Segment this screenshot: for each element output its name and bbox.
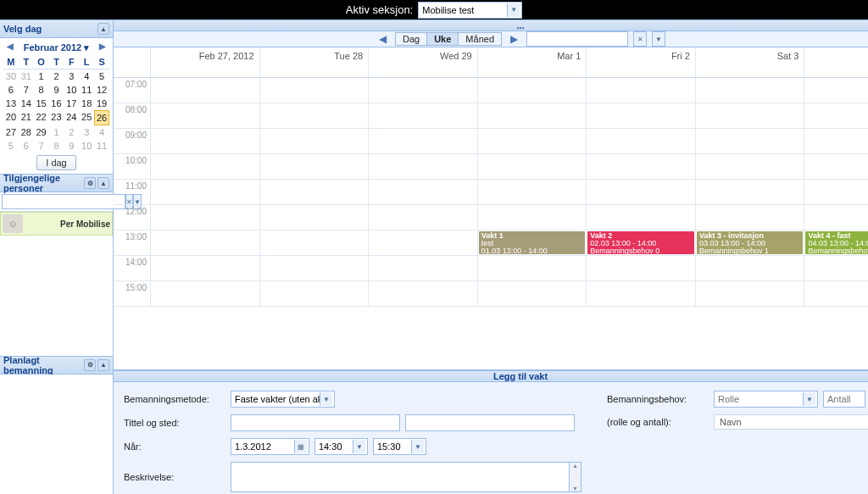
chevron-down-icon[interactable]: ▼ — [353, 440, 365, 453]
day-cell[interactable]: 3 — [79, 125, 94, 139]
time-cell[interactable] — [260, 205, 370, 230]
day-cell[interactable]: 11 — [79, 83, 94, 97]
time-cell[interactable] — [151, 154, 260, 179]
day-cell[interactable]: 2 — [49, 69, 64, 83]
calendar-icon[interactable]: ▦ — [294, 440, 307, 453]
time-cell[interactable]: Vakt 202.03 13:00 - 14:00Bemanningsbehov… — [587, 230, 696, 255]
time-cell[interactable] — [151, 256, 260, 280]
time-cell[interactable] — [369, 256, 478, 280]
month-title[interactable]: Februar 2012 ▾ — [24, 42, 90, 53]
day-cell[interactable]: 6 — [19, 139, 34, 153]
time-cell[interactable] — [260, 230, 370, 255]
calendar-event[interactable]: Vakt 4 - fast04.03 13:00 - 14:00Bemannin… — [805, 231, 868, 254]
time-cell[interactable] — [587, 281, 696, 306]
calendar-event[interactable]: Vakt 202.03 13:00 - 14:00Bemanningsbehov… — [587, 231, 694, 254]
time-cell[interactable] — [478, 281, 587, 306]
time-cell[interactable] — [151, 281, 260, 306]
chevron-down-icon[interactable]: ▼ — [507, 3, 520, 17]
prev-month-icon[interactable]: ◀ — [7, 42, 14, 51]
day-cell[interactable]: 27 — [3, 125, 19, 139]
clear-icon[interactable]: ✕ — [633, 31, 647, 47]
calendar-event[interactable]: Vakt 3 - invitasjon03.03 13:00 - 14:00Be… — [697, 231, 804, 254]
time-cell[interactable] — [260, 78, 370, 103]
calendar-event[interactable]: Vakt 1test01.03 13:00 - 14:00 — [479, 231, 586, 254]
time-cell[interactable] — [478, 78, 587, 103]
time-cell[interactable] — [369, 129, 478, 153]
time-cell[interactable] — [369, 154, 478, 179]
time-cell[interactable] — [478, 103, 587, 128]
day-cell[interactable]: 10 — [64, 83, 79, 97]
time-cell[interactable] — [587, 180, 696, 204]
calendar-search-input[interactable] — [526, 31, 628, 47]
time-cell[interactable] — [804, 205, 868, 230]
section-combo[interactable]: ▼ — [418, 2, 522, 19]
day-cell[interactable]: 7 — [34, 139, 49, 153]
time-cell[interactable] — [260, 180, 370, 204]
time-cell[interactable] — [369, 205, 478, 230]
day-cell[interactable]: 9 — [64, 139, 79, 153]
day-cell[interactable]: 21 — [19, 110, 34, 125]
chevron-down-icon[interactable]: ▼ — [411, 440, 424, 453]
tittel-input[interactable] — [231, 414, 400, 431]
day-cell[interactable]: 25 — [79, 110, 94, 125]
chevron-down-icon[interactable]: ▼ — [320, 392, 332, 406]
time-cell[interactable] — [804, 256, 868, 280]
time-cell[interactable] — [587, 129, 696, 153]
day-cell[interactable]: 16 — [49, 97, 64, 110]
seg-dag[interactable]: Dag — [395, 32, 427, 46]
time-cell[interactable] — [151, 78, 260, 103]
date-input[interactable]: ▦ — [231, 438, 309, 455]
antall-input[interactable] — [823, 391, 865, 408]
day-cell[interactable]: 13 — [3, 97, 19, 110]
day-cell[interactable]: 9 — [49, 83, 64, 97]
time-cell[interactable] — [151, 103, 260, 128]
time-cell[interactable] — [587, 154, 696, 179]
time-cell[interactable] — [804, 129, 868, 153]
gear-icon[interactable]: ⚙ — [84, 359, 96, 371]
day-cell[interactable]: 8 — [49, 139, 64, 153]
time-cell[interactable]: Vakt 4 - fast04.03 13:00 - 14:00Bemannin… — [804, 230, 868, 255]
day-cell[interactable]: 5 — [94, 69, 109, 83]
day-cell[interactable]: 11 — [94, 139, 109, 153]
chevron-down-icon[interactable]: ▼ — [652, 31, 665, 47]
time-cell[interactable] — [260, 103, 370, 128]
time-cell[interactable] — [151, 129, 260, 153]
time-cell[interactable] — [696, 103, 805, 128]
day-cell[interactable]: 7 — [19, 83, 34, 97]
person-search-input[interactable] — [2, 194, 125, 209]
day-cell[interactable]: 20 — [3, 110, 19, 125]
time-cell[interactable] — [804, 103, 868, 128]
day-cell[interactable]: 28 — [19, 125, 34, 139]
day-cell[interactable]: 23 — [49, 110, 64, 125]
time-cell[interactable] — [587, 78, 696, 103]
time-from-input[interactable]: ▼ — [314, 438, 368, 455]
day-cell[interactable]: 19 — [94, 97, 109, 110]
day-cell[interactable]: 2 — [64, 125, 79, 139]
time-cell[interactable] — [369, 281, 478, 306]
time-cell[interactable] — [587, 256, 696, 280]
collapse-icon[interactable]: ▲ — [97, 359, 109, 371]
time-cell[interactable]: Vakt 1test01.03 13:00 - 14:00 — [478, 230, 587, 255]
time-cell[interactable] — [696, 180, 805, 204]
next-month-icon[interactable]: ▶ — [99, 42, 106, 51]
metode-combo[interactable]: ▼ — [231, 391, 335, 408]
time-cell[interactable] — [696, 256, 805, 280]
collapse-icon[interactable]: ▲ — [97, 177, 109, 189]
today-button[interactable]: I dag — [36, 155, 75, 170]
time-cell[interactable] — [478, 256, 587, 280]
person-item[interactable]: ☺ Per Mobilise — [0, 212, 113, 236]
day-cell[interactable]: 14 — [19, 97, 34, 110]
chevron-down-icon[interactable]: ▼ — [803, 392, 815, 406]
day-cell[interactable]: 29 — [34, 125, 49, 139]
time-cell[interactable] — [260, 281, 370, 306]
collapse-icon[interactable]: ▲ — [97, 23, 109, 35]
time-cell[interactable] — [804, 78, 868, 103]
time-cell[interactable] — [478, 154, 587, 179]
day-cell[interactable]: 30 — [3, 69, 19, 83]
time-cell[interactable]: Vakt 3 - invitasjon03.03 13:00 - 14:00Be… — [696, 230, 805, 255]
time-cell[interactable] — [587, 205, 696, 230]
time-to-input[interactable]: ▼ — [373, 438, 426, 455]
time-cell[interactable] — [369, 103, 478, 128]
day-cell[interactable]: 8 — [34, 83, 49, 97]
day-cell[interactable]: 15 — [34, 97, 49, 110]
